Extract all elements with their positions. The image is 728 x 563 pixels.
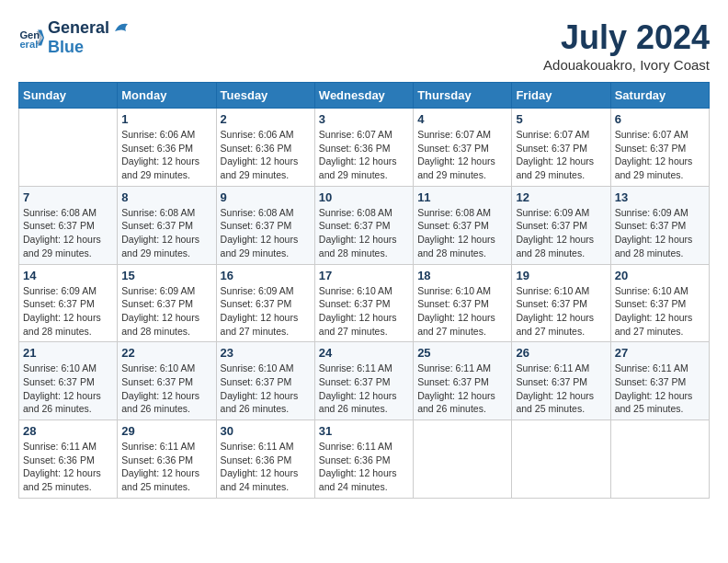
col-tuesday: Tuesday	[216, 83, 314, 109]
day-info: Sunrise: 6:09 AM Sunset: 6:37 PM Dayligh…	[615, 206, 705, 260]
table-row: 19Sunrise: 6:10 AM Sunset: 6:37 PM Dayli…	[512, 264, 610, 342]
day-info: Sunrise: 6:06 AM Sunset: 6:36 PM Dayligh…	[121, 128, 211, 182]
col-sunday: Sunday	[19, 83, 118, 109]
day-number: 31	[319, 424, 409, 438]
day-info: Sunrise: 6:10 AM Sunset: 6:37 PM Dayligh…	[417, 284, 507, 339]
day-info: Sunrise: 6:09 AM Sunset: 6:37 PM Dayligh…	[221, 284, 311, 339]
logo-general: General	[48, 19, 109, 38]
day-number: 23	[221, 346, 311, 360]
table-row: 27Sunrise: 6:11 AM Sunset: 6:37 PM Dayli…	[610, 342, 709, 420]
calendar-header-row: Sunday Monday Tuesday Wednesday Thursday…	[19, 83, 710, 109]
day-number: 11	[417, 190, 507, 204]
svg-text:eral: eral	[19, 39, 38, 50]
day-number: 16	[221, 269, 311, 282]
day-number: 2	[221, 112, 311, 126]
table-row: 21Sunrise: 6:10 AM Sunset: 6:37 PM Dayli…	[19, 342, 118, 420]
day-info: Sunrise: 6:08 AM Sunset: 6:37 PM Dayligh…	[319, 206, 409, 260]
table-row: 11Sunrise: 6:08 AM Sunset: 6:37 PM Dayli…	[414, 186, 512, 264]
day-info: Sunrise: 6:07 AM Sunset: 6:37 PM Dayligh…	[516, 128, 606, 182]
table-row: 17Sunrise: 6:10 AM Sunset: 6:37 PM Dayli…	[314, 264, 413, 342]
day-info: Sunrise: 6:10 AM Sunset: 6:37 PM Dayligh…	[615, 284, 705, 339]
month-title: July 2024	[543, 18, 710, 57]
table-row: 9Sunrise: 6:08 AM Sunset: 6:37 PM Daylig…	[216, 186, 314, 264]
table-row: 28Sunrise: 6:11 AM Sunset: 6:36 PM Dayli…	[19, 420, 118, 499]
table-row	[610, 420, 709, 499]
day-number: 12	[516, 190, 606, 204]
table-row: 18Sunrise: 6:10 AM Sunset: 6:37 PM Dayli…	[414, 264, 512, 342]
day-number: 15	[121, 269, 211, 282]
day-info: Sunrise: 6:09 AM Sunset: 6:37 PM Dayligh…	[23, 284, 113, 339]
col-thursday: Thursday	[414, 83, 512, 109]
day-info: Sunrise: 6:11 AM Sunset: 6:36 PM Dayligh…	[121, 440, 211, 494]
day-number: 18	[417, 269, 507, 282]
table-row: 20Sunrise: 6:10 AM Sunset: 6:37 PM Dayli…	[610, 264, 709, 342]
day-info: Sunrise: 6:11 AM Sunset: 6:37 PM Dayligh…	[615, 362, 705, 416]
day-info: Sunrise: 6:08 AM Sunset: 6:37 PM Dayligh…	[23, 206, 113, 260]
day-info: Sunrise: 6:11 AM Sunset: 6:37 PM Dayligh…	[417, 362, 507, 416]
day-info: Sunrise: 6:10 AM Sunset: 6:37 PM Dayligh…	[221, 362, 311, 416]
table-row: 4Sunrise: 6:07 AM Sunset: 6:37 PM Daylig…	[414, 109, 512, 187]
day-number: 10	[319, 190, 409, 204]
table-row: 23Sunrise: 6:10 AM Sunset: 6:37 PM Dayli…	[216, 342, 314, 420]
day-number: 17	[319, 269, 409, 282]
table-row	[19, 109, 118, 187]
page-header: Gen eral General Blue July 2024 Adouakou…	[18, 18, 710, 73]
table-row: 26Sunrise: 6:11 AM Sunset: 6:37 PM Dayli…	[512, 342, 610, 420]
day-info: Sunrise: 6:08 AM Sunset: 6:37 PM Dayligh…	[417, 206, 507, 260]
day-number: 30	[221, 424, 311, 438]
table-row: 22Sunrise: 6:10 AM Sunset: 6:37 PM Dayli…	[118, 342, 216, 420]
day-info: Sunrise: 6:07 AM Sunset: 6:36 PM Dayligh…	[319, 128, 409, 182]
day-number: 28	[23, 424, 113, 438]
day-info: Sunrise: 6:06 AM Sunset: 6:36 PM Dayligh…	[221, 128, 311, 182]
table-row: 3Sunrise: 6:07 AM Sunset: 6:36 PM Daylig…	[314, 109, 413, 187]
col-monday: Monday	[118, 83, 216, 109]
table-row	[414, 420, 512, 499]
logo-blue: Blue	[48, 39, 131, 57]
day-number: 5	[516, 112, 606, 126]
day-number: 27	[615, 346, 705, 360]
day-number: 26	[516, 346, 606, 360]
col-wednesday: Wednesday	[314, 83, 413, 109]
day-info: Sunrise: 6:10 AM Sunset: 6:37 PM Dayligh…	[23, 362, 113, 416]
table-row: 5Sunrise: 6:07 AM Sunset: 6:37 PM Daylig…	[512, 109, 610, 187]
day-info: Sunrise: 6:08 AM Sunset: 6:37 PM Dayligh…	[221, 206, 311, 260]
day-info: Sunrise: 6:07 AM Sunset: 6:37 PM Dayligh…	[417, 128, 507, 182]
table-row: 7Sunrise: 6:08 AM Sunset: 6:37 PM Daylig…	[19, 186, 118, 264]
week-row-2: 7Sunrise: 6:08 AM Sunset: 6:37 PM Daylig…	[19, 186, 710, 264]
table-row: 31Sunrise: 6:11 AM Sunset: 6:36 PM Dayli…	[314, 420, 413, 499]
table-row: 2Sunrise: 6:06 AM Sunset: 6:36 PM Daylig…	[216, 109, 314, 187]
day-info: Sunrise: 6:11 AM Sunset: 6:36 PM Dayligh…	[319, 440, 409, 494]
logo-icon: Gen eral	[18, 25, 44, 51]
col-saturday: Saturday	[610, 83, 709, 109]
table-row: 15Sunrise: 6:09 AM Sunset: 6:37 PM Dayli…	[118, 264, 216, 342]
week-row-1: 1Sunrise: 6:06 AM Sunset: 6:36 PM Daylig…	[19, 109, 710, 187]
day-number: 8	[121, 190, 211, 204]
table-row: 30Sunrise: 6:11 AM Sunset: 6:36 PM Dayli…	[216, 420, 314, 499]
table-row: 6Sunrise: 6:07 AM Sunset: 6:37 PM Daylig…	[610, 109, 709, 187]
day-info: Sunrise: 6:09 AM Sunset: 6:37 PM Dayligh…	[121, 284, 211, 339]
day-number: 25	[417, 346, 507, 360]
day-info: Sunrise: 6:09 AM Sunset: 6:37 PM Dayligh…	[516, 206, 606, 260]
week-row-5: 28Sunrise: 6:11 AM Sunset: 6:36 PM Dayli…	[19, 420, 710, 499]
table-row: 10Sunrise: 6:08 AM Sunset: 6:37 PM Dayli…	[314, 186, 413, 264]
day-info: Sunrise: 6:10 AM Sunset: 6:37 PM Dayligh…	[516, 284, 606, 339]
table-row: 1Sunrise: 6:06 AM Sunset: 6:36 PM Daylig…	[118, 109, 216, 187]
table-row: 13Sunrise: 6:09 AM Sunset: 6:37 PM Dayli…	[610, 186, 709, 264]
day-number: 22	[121, 346, 211, 360]
title-block: July 2024 Adouakouakro, Ivory Coast	[543, 18, 710, 73]
day-number: 3	[319, 112, 409, 126]
table-row: 16Sunrise: 6:09 AM Sunset: 6:37 PM Dayli…	[216, 264, 314, 342]
calendar-table: Sunday Monday Tuesday Wednesday Thursday…	[18, 82, 710, 499]
day-number: 4	[417, 112, 507, 126]
day-info: Sunrise: 6:10 AM Sunset: 6:37 PM Dayligh…	[121, 362, 211, 416]
day-number: 13	[615, 190, 705, 204]
logo-bird-icon	[111, 18, 131, 39]
day-number: 1	[121, 112, 211, 126]
day-number: 21	[23, 346, 113, 360]
day-number: 6	[615, 112, 705, 126]
table-row	[512, 420, 610, 499]
day-number: 19	[516, 269, 606, 282]
day-info: Sunrise: 6:11 AM Sunset: 6:36 PM Dayligh…	[23, 440, 113, 494]
day-info: Sunrise: 6:11 AM Sunset: 6:36 PM Dayligh…	[221, 440, 311, 494]
week-row-3: 14Sunrise: 6:09 AM Sunset: 6:37 PM Dayli…	[19, 264, 710, 342]
